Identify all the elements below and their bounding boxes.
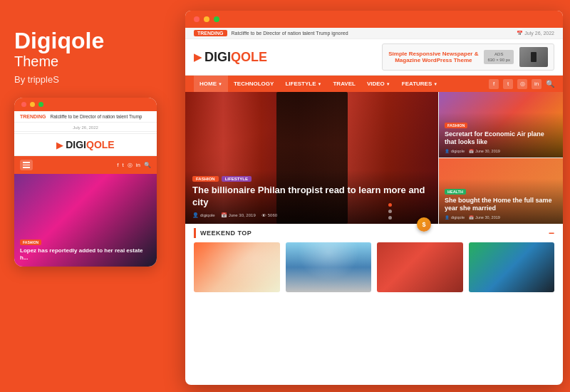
browser-window: TRENDING Ratcliffe to be Director of nat… xyxy=(185,11,563,385)
site-trending-bar: TRENDING Ratcliffe to be Director of nat… xyxy=(185,28,563,39)
side-card-bottom-title: She bought the Home the full same year s… xyxy=(445,197,557,213)
hero-slider-dots xyxy=(388,203,392,220)
hero-badges: FASHION LIFESTYLE xyxy=(192,176,431,182)
hero-views: 👁 5060 xyxy=(261,213,277,218)
nav-video-label: VIDEO xyxy=(367,81,385,87)
nav-social-icons: f t ◎ in 🔍 xyxy=(489,79,554,89)
trending-tag: TRENDING xyxy=(194,30,227,36)
nav-links: HOME ▼ TECHNOLOGY LIFESTYLE ▼ TRAVEL VID… xyxy=(194,76,443,92)
mobile-trending-label: TRENDING xyxy=(20,114,46,119)
nav-linkedin-icon[interactable]: in xyxy=(532,79,542,89)
nav-item-travel[interactable]: TRAVEL xyxy=(327,76,361,92)
mobile-logo: ▶ DIGIQOLE xyxy=(56,139,114,150)
hamburger-line3 xyxy=(23,167,30,168)
nav-home-label: HOME xyxy=(200,81,217,87)
mobile-mockup: TRENDING Ratcliffe to be Director of nat… xyxy=(14,98,157,267)
nav-twitter-icon[interactable]: t xyxy=(503,79,513,89)
author-icon: 👤 xyxy=(192,212,199,218)
side-top-author: 👤 digiqole xyxy=(445,149,465,153)
hamburger-line1 xyxy=(23,162,30,163)
linkedin-icon[interactable]: in xyxy=(136,162,140,168)
side-bottom-author: 👤 digiqole xyxy=(445,215,465,220)
side-badge-health: HEALTH xyxy=(445,189,466,195)
mobile-nav-icons: f t ◎ in 🔍 xyxy=(117,162,151,168)
side-card-top-meta: 👤 digiqole 📅 June 30, 2019 xyxy=(445,149,557,153)
views-icon: 👁 xyxy=(261,213,266,218)
dot-red xyxy=(21,102,26,107)
hero-author: 👤 digiqole xyxy=(192,212,215,218)
nav-item-home[interactable]: HOME ▼ xyxy=(194,76,228,92)
hero-side-card-top[interactable]: FASHION Secretart for Economic Air plane… xyxy=(438,92,563,158)
dot-green xyxy=(38,102,43,107)
weekend-section: WEEKEND TOP − xyxy=(185,224,563,296)
hero-badge-lifestyle: LIFESTYLE xyxy=(222,176,252,182)
weekend-card-3[interactable] xyxy=(377,242,463,292)
ad-badge: ADS 630 × 90 px xyxy=(484,50,514,65)
logo-accent-text: QOLE xyxy=(231,50,267,64)
nav-item-features[interactable]: FEATURES ▼ xyxy=(396,76,443,92)
hamburger-icon[interactable] xyxy=(20,160,33,170)
nav-facebook-icon[interactable]: f xyxy=(489,79,499,89)
mobile-logo-dark: DIGI xyxy=(66,139,86,150)
side-card-top-overlay: FASHION Secretart for Economic Air plane… xyxy=(439,113,563,158)
weekend-grid xyxy=(194,242,554,292)
mobile-search-icon[interactable]: 🔍 xyxy=(144,162,151,168)
nav-home-chevron: ▼ xyxy=(218,82,222,86)
hero-side-card-bottom[interactable]: HEALTH She bought the Home the full same… xyxy=(438,158,563,224)
instagram-icon[interactable]: ◎ xyxy=(128,162,133,168)
mobile-nav-bar: f t ◎ in 🔍 xyxy=(14,156,157,174)
hero-section: FASHION LIFESTYLE The billionaire Philan… xyxy=(185,92,563,224)
site-nav: HOME ▼ TECHNOLOGY LIFESTYLE ▼ TRAVEL VID… xyxy=(185,76,563,92)
weekend-card-1[interactable] xyxy=(194,242,280,292)
nav-item-technology[interactable]: TECHNOLOGY xyxy=(228,76,279,92)
ad-line1: Simple Responsive Newspaper & xyxy=(388,51,478,57)
logo-text: DIGIQOLE xyxy=(204,50,267,65)
nav-technology-label: TECHNOLOGY xyxy=(234,81,274,87)
ad-line2: Magazine WordPress Theme xyxy=(388,57,478,63)
side-bottom-author-icon: 👤 xyxy=(445,215,450,220)
mobile-hero-card: FASHION Lopez has reportedly added to he… xyxy=(14,174,157,267)
hero-dot-3[interactable] xyxy=(388,216,392,220)
phone-icon xyxy=(531,52,537,62)
nav-lifestyle-label: LIFESTYLE xyxy=(285,81,316,87)
mobile-trending-text: Ratcliffe to be Director of nation talen… xyxy=(51,114,151,119)
date-icon: 📅 xyxy=(221,212,227,218)
site-logo: ▶ DIGIQOLE xyxy=(194,50,267,65)
side-bottom-date: 📅 June 30, 2019 xyxy=(469,215,500,220)
dot-yellow xyxy=(30,102,35,107)
hero-main-card[interactable]: FASHION LIFESTYLE The billionaire Philan… xyxy=(185,92,438,224)
hero-main-overlay: FASHION LIFESTYLE The billionaire Philan… xyxy=(185,170,438,224)
side-badge-fashion: FASHION xyxy=(445,123,467,128)
brand-by: By trippleS xyxy=(14,74,171,85)
trending-news-text: Ratcliffe to be Director of nation talen… xyxy=(232,31,348,36)
side-top-date: 📅 June 30, 2019 xyxy=(469,149,500,153)
twitter-icon[interactable]: t xyxy=(123,162,124,168)
section-title-wrap: WEEKEND TOP xyxy=(194,228,252,238)
nav-item-lifestyle[interactable]: LIFESTYLE ▼ xyxy=(279,76,327,92)
header-ad-banner: Simple Responsive Newspaper & Magazine W… xyxy=(382,43,554,71)
nav-search-icon[interactable]: 🔍 xyxy=(546,80,554,88)
facebook-icon[interactable]: f xyxy=(117,162,118,168)
nav-lifestyle-chevron: ▼ xyxy=(318,82,322,86)
logo-dark-text: DIGI xyxy=(204,50,231,64)
browser-chrome xyxy=(185,11,563,28)
hero-meta: 👤 digiqole 📅 June 30, 2019 👁 5060 xyxy=(192,212,431,218)
nav-travel-label: TRAVEL xyxy=(333,81,355,87)
mobile-trending-date: July 26, 2022 xyxy=(14,124,157,132)
hero-dot-1[interactable] xyxy=(388,203,392,207)
nav-instagram-icon[interactable]: ◎ xyxy=(517,79,527,89)
brand-title: Digiqole xyxy=(14,29,171,53)
section-minus-icon[interactable]: − xyxy=(549,228,554,238)
nav-item-video[interactable]: VIDEO ▼ xyxy=(361,76,396,92)
nav-features-chevron: ▼ xyxy=(433,82,437,86)
browser-dot-green xyxy=(214,16,219,22)
hero-title: The billionaire Philan thropist read to … xyxy=(192,185,431,209)
ad-image xyxy=(519,47,548,67)
hero-side-cards: FASHION Secretart for Economic Air plane… xyxy=(438,92,563,224)
hero-dot-2[interactable] xyxy=(388,210,392,213)
weekend-card-2[interactable] xyxy=(286,242,372,292)
weekend-card-4[interactable] xyxy=(469,242,555,292)
golden-coin-button[interactable]: $ xyxy=(417,217,431,232)
section-title-border xyxy=(194,228,196,238)
ad-label: ADS xyxy=(494,52,503,56)
